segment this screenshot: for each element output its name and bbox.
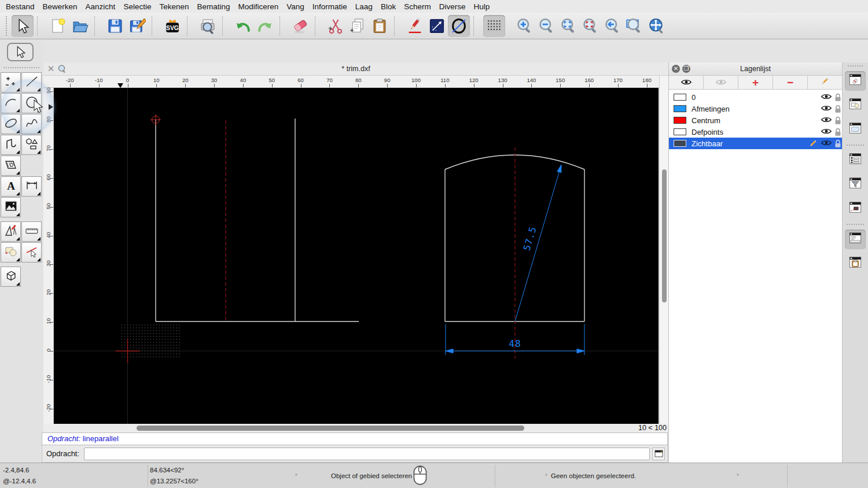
text-tool-button[interactable]: A (1, 176, 21, 197)
menu-modificeren[interactable]: Modificeren (238, 2, 286, 11)
zoom-window-button[interactable] (623, 15, 645, 37)
menu-selectie[interactable]: Selectie (123, 2, 159, 11)
show-all-layers-button[interactable] (669, 76, 704, 89)
menu-laag[interactable]: Laag (355, 2, 380, 11)
save-button[interactable] (104, 15, 126, 37)
polygon-tool-button[interactable] (21, 135, 42, 155)
dock-pen-toolbar-toggle[interactable] (845, 71, 866, 91)
grid-toggle-button[interactable] (483, 15, 505, 37)
circle-tool-button[interactable] (448, 15, 470, 37)
menu-bemating[interactable]: Bemating (197, 2, 237, 11)
layer-row-centrum[interactable]: Centrum (669, 114, 842, 126)
explode-tool-button[interactable] (21, 242, 42, 263)
delete-button[interactable] (289, 15, 311, 37)
layer-visibility-icon[interactable] (821, 93, 832, 101)
menu-hulp[interactable]: Hulp (473, 2, 497, 11)
image-tool-button[interactable] (1, 197, 21, 217)
line-tool-button[interactable] (21, 72, 42, 93)
zoom-auto-button[interactable] (557, 15, 579, 37)
box3d-tool-button[interactable] (1, 267, 21, 287)
modify-tool-button[interactable] (1, 221, 21, 242)
detach-command-window-button[interactable] (652, 448, 665, 460)
menu-blok[interactable]: Blok (381, 2, 403, 11)
pan-button[interactable] (645, 15, 667, 37)
command-input[interactable] (84, 448, 650, 460)
dimension-tool-button[interactable] (21, 176, 42, 197)
dock-command-window-toggle[interactable] (845, 230, 866, 249)
toolbar-drag-handle[interactable] (6, 16, 9, 36)
cut-button[interactable] (325, 15, 347, 37)
draw-order-button[interactable] (404, 15, 426, 37)
zoom-selected-button[interactable] (579, 15, 601, 37)
menu-vang[interactable]: Vang (286, 2, 312, 11)
dock-layer-list-toggle[interactable] (845, 150, 866, 170)
layer-row-defpoints[interactable]: Defpoints (669, 126, 842, 138)
layer-visibility-icon[interactable] (821, 105, 832, 113)
select-tool-button[interactable] (12, 15, 34, 37)
drawing-entities (156, 119, 584, 358)
dock-drag-handle[interactable] (848, 65, 863, 66)
menu-aanzicht[interactable]: Aanzicht (86, 2, 123, 11)
dock-filter-toggle[interactable] (845, 175, 866, 194)
command-history: Opdracht: lineparallel (42, 432, 668, 445)
horizontal-scrollbar-track[interactable] (54, 425, 632, 431)
remove-layer-button[interactable]: − (773, 76, 808, 89)
new-drawing-button[interactable] (47, 15, 69, 37)
layer-visibility-icon[interactable] (821, 139, 832, 147)
undo-button[interactable] (232, 15, 254, 37)
panel-close-icon[interactable]: ✕ (672, 65, 680, 73)
edit-layer-button[interactable] (808, 76, 842, 89)
save-icon (106, 17, 124, 35)
undo-icon (234, 17, 252, 35)
layer-row-afmetingen[interactable]: Afmetingen (669, 103, 842, 114)
hatch-tool-button[interactable] (1, 156, 21, 176)
hide-all-layers-button[interactable] (704, 76, 738, 89)
panel-float-icon[interactable]: ❐ (682, 65, 690, 73)
copy-button[interactable] (347, 15, 369, 37)
points-tool-button[interactable] (1, 72, 21, 93)
menu-tekenen[interactable]: Tekenen (159, 2, 196, 11)
menu-bewerken[interactable]: Bewerken (43, 2, 85, 11)
ruler-position-marker (117, 83, 123, 88)
layer-row-0[interactable]: 0 (669, 91, 842, 103)
menu-bestand[interactable]: Bestand (6, 2, 42, 11)
horizontal-scrollbar-thumb[interactable] (137, 426, 524, 431)
axes (54, 88, 659, 424)
zoom-in-button[interactable] (513, 15, 535, 37)
layer-name: 0 (692, 93, 842, 102)
dock-library-browser-toggle[interactable] (845, 120, 866, 139)
svg-export-button[interactable]: SVG (161, 15, 183, 37)
open-drawing-button[interactable] (69, 15, 91, 37)
ellipse-tool-button[interactable] (1, 114, 21, 134)
dock-block-toggle[interactable] (845, 199, 866, 219)
zoom-previous-button[interactable] (601, 15, 623, 37)
measure-tool-button[interactable] (21, 221, 42, 242)
add-layer-button[interactable]: + (738, 76, 773, 89)
zoom-out-button[interactable] (535, 15, 557, 37)
menu-diverse[interactable]: Diverse (439, 2, 473, 11)
toolbar-separator (315, 16, 322, 36)
paste-button[interactable] (369, 15, 391, 37)
spline-tool-button[interactable] (21, 114, 42, 134)
ruler-tick (647, 84, 648, 87)
vertical-scrollbar-thumb[interactable] (662, 169, 667, 302)
dock-block-list-toggle[interactable] (845, 95, 866, 115)
arc-tool-button[interactable] (1, 93, 21, 113)
line-tool-button[interactable] (426, 15, 448, 37)
layer-row-zichtbaar[interactable]: Zichtbaar (669, 138, 842, 149)
layer-edit-pencil-icon[interactable] (808, 139, 819, 147)
drawing-canvas[interactable]: 57.548 (54, 88, 659, 424)
circle-tool-button[interactable] (21, 93, 42, 113)
dock-clipboard-toggle[interactable] (845, 254, 866, 273)
menu-scherm[interactable]: Scherm (404, 2, 439, 11)
select-arrow-button[interactable] (7, 43, 34, 61)
polyline-tool-button[interactable] (1, 135, 21, 155)
layer-name: Zichtbaar (692, 139, 842, 148)
menu-informatie[interactable]: Informatie (312, 2, 355, 11)
layer-visibility-icon[interactable] (821, 116, 832, 124)
save-as-button[interactable] (126, 15, 148, 37)
redo-button[interactable] (254, 15, 276, 37)
print-preview-button[interactable] (197, 15, 219, 37)
select-entities-tool-button[interactable] (1, 242, 21, 263)
layer-visibility-icon[interactable] (821, 128, 832, 136)
